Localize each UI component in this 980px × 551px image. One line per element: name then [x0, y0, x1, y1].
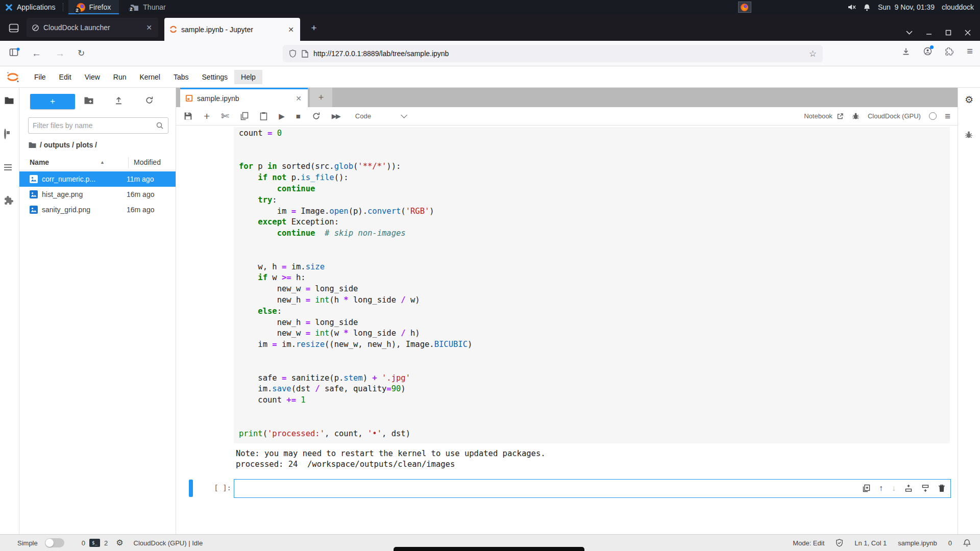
cell-collapser[interactable]	[189, 480, 193, 497]
code-editor: count = 0 for p in sorted(src.glob('**/*…	[234, 127, 950, 441]
toolbar-overflow-icon[interactable]: ≡	[945, 113, 950, 120]
extensions-puzzle-icon[interactable]	[945, 47, 953, 56]
property-inspector-gear-icon[interactable]: ⚙	[965, 96, 973, 104]
debugger-bug-icon[interactable]	[852, 112, 860, 120]
move-cell-up-icon[interactable]: ↑	[879, 484, 883, 493]
tray-firefox-icon[interactable]	[738, 2, 751, 13]
sidebar-toggle-icon[interactable]	[9, 47, 20, 57]
kernel-count[interactable]: 2	[104, 539, 108, 547]
forward-button[interactable]: →	[55, 47, 65, 60]
external-link-icon[interactable]	[837, 113, 844, 120]
cell-type-select[interactable]: Code	[355, 112, 405, 120]
page-info-icon[interactable]	[302, 50, 308, 58]
new-folder-icon[interactable]	[84, 96, 94, 105]
menu-edit[interactable]: Edit	[53, 70, 78, 84]
shield-icon[interactable]	[289, 49, 297, 58]
reload-button[interactable]: ↻	[78, 47, 85, 60]
breadcrumb[interactable]: / outputs / plots /	[28, 141, 97, 149]
new-tab-button[interactable]: +	[306, 20, 322, 36]
taskbar-firefox-button[interactable]: 2 Firefox	[68, 0, 119, 14]
menu-help[interactable]: Help	[234, 70, 262, 84]
kernel-status-icon[interactable]	[929, 112, 937, 120]
menu-kernel[interactable]: Kernel	[133, 70, 166, 84]
sort-ascending-icon[interactable]: ▲	[100, 160, 105, 165]
restart-kernel-icon[interactable]	[312, 112, 321, 120]
file-list-header[interactable]: Name ▲ Modified	[19, 156, 176, 170]
trusted-shield-icon[interactable]	[836, 539, 843, 547]
save-icon[interactable]	[184, 112, 192, 120]
cut-cells-icon[interactable]: ✄	[221, 110, 229, 122]
window-maximize-button[interactable]	[945, 30, 951, 36]
column-modified[interactable]: Modified	[134, 158, 161, 166]
new-document-tab-button[interactable]: +	[310, 88, 332, 107]
copy-cells-icon[interactable]	[240, 112, 249, 120]
clock[interactable]: Sun 9 Nov, 01:39	[878, 3, 935, 11]
run-cell-icon[interactable]: ▶	[279, 112, 285, 121]
bookmark-star-icon[interactable]: ☆	[809, 48, 817, 59]
tab-clouddock-launcher[interactable]: CloudDock Launcher ✕	[27, 18, 158, 37]
menu-settings[interactable]: Settings	[195, 70, 235, 84]
insert-cell-above-icon[interactable]	[904, 484, 913, 492]
list-tabs-chevron-icon[interactable]	[906, 31, 913, 35]
url-bar[interactable]: http://127.0.0.1:8889/lab/tree/sample.ip…	[283, 45, 823, 62]
insert-cell-below-icon[interactable]	[921, 484, 929, 492]
file-row-corr-numeric[interactable]: corr_numeric.p... 11m ago	[19, 171, 176, 187]
menu-view[interactable]: View	[78, 70, 107, 84]
applications-menu[interactable]: Applications	[0, 0, 63, 14]
filter-files-box[interactable]	[28, 117, 168, 134]
paste-cells-icon[interactable]	[260, 112, 267, 120]
menu-tabs[interactable]: Tabs	[167, 70, 195, 84]
breadcrumb-path[interactable]: / outputs / plots /	[40, 141, 97, 149]
window-close-button[interactable]	[965, 30, 971, 36]
column-name[interactable]: Name	[30, 158, 49, 166]
notebook-mode-label[interactable]: Notebook	[804, 112, 832, 120]
notifications-bell-icon[interactable]	[863, 4, 871, 11]
downloads-icon[interactable]	[902, 47, 910, 56]
new-launcher-button[interactable]: +	[30, 94, 75, 109]
simple-mode-toggle[interactable]	[45, 538, 64, 547]
firefox-view-button[interactable]	[5, 19, 22, 37]
refresh-icon[interactable]	[145, 96, 154, 105]
delete-cell-icon[interactable]	[938, 484, 945, 492]
kernel-status-text[interactable]: CloudDock (GPU) | Idle	[134, 539, 203, 547]
insert-cell-icon[interactable]: +	[204, 110, 210, 122]
notification-count[interactable]: 0	[948, 539, 952, 547]
close-tab-icon[interactable]: ✕	[145, 23, 153, 32]
volume-muted-icon[interactable]	[848, 4, 856, 11]
taskbar-thunar-button[interactable]: 2 Thunar	[122, 0, 174, 14]
kernel-sessions-icon[interactable]: ⚙	[116, 539, 123, 547]
debugger-sidebar-icon[interactable]	[965, 131, 973, 139]
user-name[interactable]: clouddock	[942, 3, 974, 11]
menu-hamburger-icon[interactable]: ≡	[967, 47, 973, 56]
restart-run-all-icon[interactable]: ▶▶	[332, 112, 340, 120]
cursor-position[interactable]: Ln 1, Col 1	[854, 539, 887, 547]
close-tab-icon[interactable]: ✕	[287, 26, 295, 34]
file-browser-tab-icon[interactable]	[4, 96, 14, 105]
filter-files-input[interactable]	[33, 121, 156, 130]
running-kernels-tab-icon[interactable]	[4, 130, 6, 139]
notebook-toolbar: + ✄ ▶ ■ ▶▶ Code Noteboo	[176, 107, 958, 126]
notifications-bell-icon[interactable]	[963, 539, 971, 547]
menu-file[interactable]: File	[28, 70, 53, 84]
tab-jupyter[interactable]: sample.ipynb - Jupyter ✕	[164, 18, 300, 41]
move-cell-down-icon[interactable]: ↓	[892, 484, 896, 493]
terminal-count[interactable]: 0	[82, 539, 85, 547]
menu-run[interactable]: Run	[107, 70, 133, 84]
file-row-sanity-grid[interactable]: sanity_grid.png 16m ago	[19, 202, 176, 217]
mode-indicator[interactable]: Mode: Edit	[793, 539, 824, 547]
url-text[interactable]: http://127.0.0.1:8889/lab/tree/sample.ip…	[313, 49, 804, 58]
notebook-tab-sample[interactable]: sample.ipynb ✕	[180, 88, 308, 107]
empty-cell-input[interactable]: ↑ ↓	[234, 479, 951, 498]
code-cell-editor[interactable]: count = 0 for p in sorted(src.glob('**/*…	[234, 127, 950, 443]
back-button[interactable]: ←	[32, 47, 41, 60]
duplicate-cell-icon[interactable]	[863, 484, 870, 492]
interrupt-kernel-icon[interactable]: ■	[296, 112, 301, 120]
kernel-name[interactable]: CloudDock (GPU)	[868, 112, 921, 120]
file-row-hist-age[interactable]: hist_age.png 16m ago	[19, 187, 176, 202]
extension-manager-tab-icon[interactable]	[4, 196, 13, 205]
close-tab-icon[interactable]: ✕	[295, 94, 303, 103]
table-of-contents-tab-icon[interactable]	[4, 164, 12, 172]
account-icon[interactable]	[923, 47, 932, 56]
upload-icon[interactable]	[114, 96, 123, 105]
window-minimize-button[interactable]	[926, 30, 932, 36]
